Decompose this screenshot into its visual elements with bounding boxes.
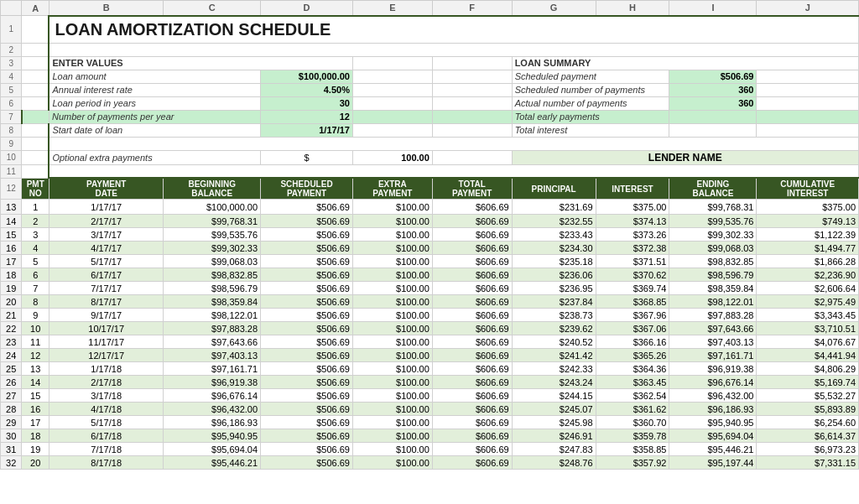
scheduled-payment: $506.69	[261, 403, 353, 416]
table-row: 29175/17/18$96,186.93$506.69$100.00$606.…	[1, 416, 859, 429]
payment-date: 4/17/17	[49, 242, 163, 255]
total-payment: $606.69	[432, 362, 512, 376]
table-row: 32208/17/18$95,446.21$506.69$100.00$606.…	[1, 456, 859, 470]
beginning-balance: $98,122.01	[164, 309, 261, 322]
col-i-header: I	[669, 1, 757, 16]
beginning-balance: $96,432.00	[164, 403, 261, 416]
beginning-balance: $99,535.76	[164, 228, 261, 242]
lender-name-cell[interactable]: LENDER NAME	[512, 150, 858, 164]
pmt-no: 17	[22, 416, 49, 429]
rownum: 19	[1, 282, 22, 295]
scheduled-payment: $506.69	[261, 376, 353, 389]
total-interest-value[interactable]	[669, 123, 757, 137]
sched-num-payments-value[interactable]: 360	[669, 83, 757, 96]
rownum: 27	[1, 389, 22, 403]
total-payment: $606.69	[432, 228, 512, 242]
rownum-6: 6	[1, 96, 22, 110]
rownum-7: 7	[1, 110, 22, 123]
total-payment: $606.69	[432, 268, 512, 282]
payment-date: 6/17/18	[49, 429, 163, 443]
scheduled-payment: $506.69	[261, 268, 353, 282]
total-payment: $606.69	[432, 282, 512, 295]
payment-date: 6/17/17	[49, 268, 163, 282]
total-payment: $606.69	[432, 335, 512, 349]
interest: $360.70	[596, 416, 669, 429]
total-early-payments-value[interactable]	[669, 110, 757, 123]
ending-balance: $97,403.13	[669, 335, 757, 349]
cell-a11	[22, 164, 49, 178]
interest: $367.96	[596, 309, 669, 322]
beginning-balance: $97,403.13	[164, 349, 261, 362]
rownum: 26	[1, 376, 22, 389]
principal: $237.84	[512, 295, 596, 309]
interest: $374.13	[596, 215, 669, 228]
principal: $236.95	[512, 282, 596, 295]
spreadsheet: A B C D E F G H I J 1 LOAN AMORTIZATION …	[0, 0, 859, 504]
col-g-header: G	[512, 1, 596, 16]
rownum: 31	[1, 443, 22, 456]
start-date-value[interactable]: 1/17/17	[261, 123, 353, 137]
scheduled-payment: $506.69	[261, 309, 353, 322]
interest: $375.00	[596, 200, 669, 215]
scheduled-payment: $506.69	[261, 349, 353, 362]
cell-e8	[352, 123, 432, 137]
pmt-no: 6	[22, 268, 49, 282]
col-a-header: A	[22, 1, 49, 16]
actual-num-payments-label: Actual number of payments	[512, 96, 669, 110]
ending-balance: $98,122.01	[669, 295, 757, 309]
cumulative-interest: $2,975.49	[757, 295, 859, 309]
cumulative-interest: $749.13	[757, 215, 859, 228]
loan-period-value[interactable]: 30	[261, 96, 353, 110]
ending-balance: $99,068.03	[669, 242, 757, 255]
table-row: 30186/17/18$95,940.95$506.69$100.00$606.…	[1, 429, 859, 443]
sched-payment-value[interactable]: $506.69	[669, 70, 757, 83]
beginning-balance: $95,940.95	[164, 429, 261, 443]
beginning-balance: $99,768.31	[164, 215, 261, 228]
beginning-balance: $97,643.66	[164, 335, 261, 349]
principal: $238.73	[512, 309, 596, 322]
pmt-no: 15	[22, 389, 49, 403]
table-row: 1311/17/17$100,000.00$506.69$100.00$606.…	[1, 200, 859, 215]
total-payment: $606.69	[432, 376, 512, 389]
beginning-balance: $97,161.71	[164, 362, 261, 376]
scheduled-payment: $506.69	[261, 215, 353, 228]
extra-payment: $100.00	[352, 322, 432, 335]
rownum-10: 10	[1, 150, 22, 164]
extra-payment: $100.00	[352, 429, 432, 443]
rownum: 32	[1, 456, 22, 470]
principal: $242.33	[512, 362, 596, 376]
row-5: 5 Annual interest rate 4.50% Scheduled n…	[1, 83, 859, 96]
cumulative-interest: $2,236.90	[757, 268, 859, 282]
table-row: 1866/17/17$98,832.85$506.69$100.00$606.6…	[1, 268, 859, 282]
interest-rate-value[interactable]: 4.50%	[261, 83, 353, 96]
beginning-balance: $96,919.38	[164, 376, 261, 389]
rownum: 25	[1, 362, 22, 376]
rownum-3: 3	[1, 56, 22, 70]
row-11: 11	[1, 164, 859, 178]
ending-balance: $99,768.31	[669, 200, 757, 215]
principal: $245.07	[512, 403, 596, 416]
principal: $231.69	[512, 200, 596, 215]
loan-amount-value[interactable]: $100,000.00	[261, 70, 353, 83]
payment-date: 12/17/17	[49, 349, 163, 362]
actual-num-payments-value[interactable]: 360	[669, 96, 757, 110]
extra-payment: $100.00	[352, 200, 432, 215]
enter-values-header: ENTER VALUES	[49, 56, 352, 70]
rownum: 18	[1, 268, 22, 282]
cumulative-interest: $1,122.39	[757, 228, 859, 242]
ending-balance: $97,161.71	[669, 349, 757, 362]
principal: $240.52	[512, 335, 596, 349]
pmt-no: 19	[22, 443, 49, 456]
total-payment: $606.69	[432, 200, 512, 215]
interest: $367.06	[596, 322, 669, 335]
rownum-1: 1	[1, 16, 22, 44]
rownum: 14	[1, 215, 22, 228]
table-row: 1533/17/17$99,535.76$506.69$100.00$606.6…	[1, 228, 859, 242]
extra-payment: $100.00	[352, 282, 432, 295]
cell-a4	[22, 70, 49, 83]
principal: $247.83	[512, 443, 596, 456]
ending-balance: $96,432.00	[669, 389, 757, 403]
total-payment: $606.69	[432, 429, 512, 443]
num-payments-value[interactable]: 12	[261, 110, 353, 123]
extra-payments-value[interactable]: 100.00	[352, 150, 432, 164]
